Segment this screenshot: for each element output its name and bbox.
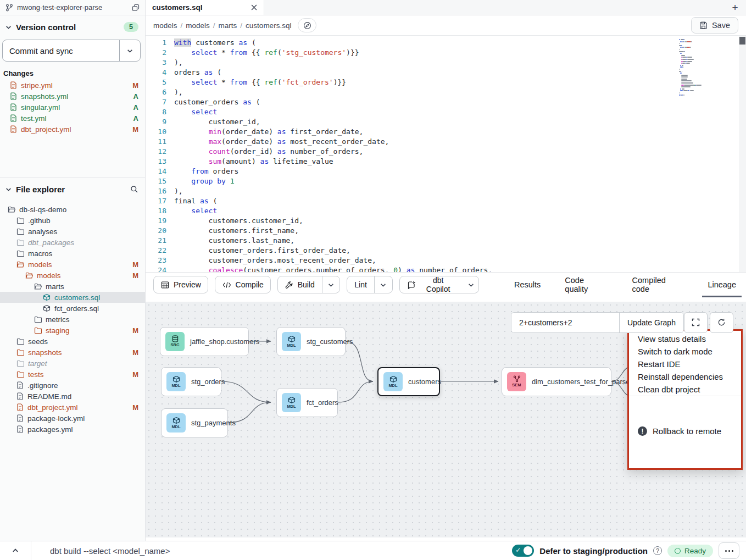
tab-lineage[interactable]: Lineage [705,273,738,297]
tree-item-dbt_project.yml[interactable]: dbt_project.ymlM [0,402,145,413]
line-number: 23 [146,256,174,265]
git-status-letter: M [132,260,138,269]
file-icon [16,381,24,389]
lineage-node-stg_payments[interactable]: MDL stg_payments [161,408,228,437]
git-status-letter: A [133,103,138,112]
close-icon[interactable] [251,4,257,10]
breadcrumb-item[interactable]: marts [219,21,237,30]
code-editor[interactable]: 1with customers as (2 select * from {{ r… [146,36,746,272]
fullscreen-button[interactable] [684,312,708,333]
version-control-header[interactable]: Version control 5 [0,15,145,36]
tree-item-package-lock.yml[interactable]: package-lock.yml [0,413,145,424]
tree-item-seeds[interactable]: seeds [0,336,145,347]
lineage-node-dim_customers_test_for_parse[interactable]: SEM dim_customers_test_for_parse [502,367,611,396]
refresh-button[interactable] [710,312,733,333]
new-tab-button[interactable]: + [724,0,746,15]
changed-file-test.yml[interactable]: test.yml A [0,113,145,124]
build-button[interactable]: Build [277,276,341,293]
menu-item-restart-ide[interactable]: Restart IDE [629,358,741,370]
lineage-wrap: SRC jaffle_shop.customers MDL stg_custom… [146,297,746,541]
tree-item-analyses[interactable]: analyses [0,226,145,237]
scrollbar-thumb[interactable] [739,37,745,45]
tree-item-README.md[interactable]: README.md [0,391,145,402]
explore-lineage-icon[interactable] [298,18,316,32]
lineage-node-customers[interactable]: MDL customers [377,367,440,396]
tree-item-name: package-lock.yml [27,414,138,423]
lineage-node-fct_orders[interactable]: MDL fct_orders [276,388,338,417]
lint-button[interactable]: Lint [347,276,393,293]
lineage-node-jaffle_shop.customers[interactable]: SRC jaffle_shop.customers [160,327,249,356]
lineage-filter-input[interactable] [511,313,619,332]
breadcrumb: models/ models/ marts/ customers.sql [146,15,746,36]
save-button[interactable]: Save [691,17,738,34]
tab-compiled-code[interactable]: Compiled code [630,273,686,297]
tree-item-marts[interactable]: marts [0,281,145,292]
commit-options-chevron[interactable] [119,40,140,61]
code-line-8: 8 select [146,107,746,117]
lineage-node-stg_orders[interactable]: MDL stg_orders [161,367,221,396]
tree-item-customers.sql[interactable]: customers.sql [0,292,145,303]
tree-item-fct_orders.sql[interactable]: fct_orders.sql [0,303,145,314]
tree-item-target[interactable]: target [0,358,145,369]
commit-and-sync-label: Commit and sync [3,40,119,61]
minimap-line [679,88,735,90]
changed-file-dbt_project.yml[interactable]: dbt_project.yml M [0,124,145,135]
menu-item-clean-dbt-project[interactable]: Clean dbt project [629,383,741,396]
dbt-copilot-button[interactable]: dbt Copilot [399,276,479,293]
changed-file-snapshots.yml[interactable]: snapshots.yml A [0,91,145,102]
breadcrumb-item[interactable]: models [186,21,210,30]
menu-item-switch-to-dark-mode[interactable]: Switch to dark mode [629,345,741,358]
changed-file-singular.yml[interactable]: singular.yml A [0,102,145,113]
tree-item-.gitignore[interactable]: .gitignore [0,380,145,391]
tree-item-models[interactable]: modelsM [0,259,145,270]
tree-item-macros[interactable]: macros [0,248,145,259]
tree-item-tests[interactable]: testsM [0,369,145,380]
preview-button[interactable]: Preview [153,276,208,293]
expand-command-bar-chevron[interactable] [0,541,31,560]
tree-item-dbt_packages[interactable]: dbt_packages [0,237,145,248]
editor-scrollbar[interactable] [739,36,746,272]
code-line-16: 16), [146,186,746,196]
tree-item-staging[interactable]: stagingM [0,325,145,336]
tab-customers-sql[interactable]: customers.sql [146,0,264,15]
folder-icon [16,217,24,224]
lineage-node-stg_customers[interactable]: MDL stg_customers [276,327,346,356]
menu-item-reinstall-dependencies[interactable]: Reinstall dependencies [629,370,741,383]
defer-toggle[interactable]: ✓ [512,545,534,557]
update-graph-button[interactable]: Update Graph [619,313,683,332]
line-number: 21 [146,236,174,246]
tab-code-quality[interactable]: Code quality [563,273,610,297]
file-icon [16,425,24,433]
breadcrumb-item[interactable]: customers.sql [246,21,291,30]
tree-item-models[interactable]: modelsM [0,270,145,281]
minimap-line [679,59,735,60]
file-tree: db-sl-qs-demo .github analyses dbt_packa… [0,198,145,435]
folder-open-icon [8,206,15,213]
lint-options-chevron[interactable] [374,276,392,293]
compile-button[interactable]: Compile [215,276,271,293]
search-icon[interactable] [130,185,138,193]
minimap[interactable] [679,39,735,96]
tree-item-packages.yml[interactable]: packages.yml [0,424,145,435]
commit-and-sync-button[interactable]: Commit and sync [2,40,141,62]
copilot-options-chevron[interactable] [463,276,478,293]
copy-branch-icon[interactable] [132,4,140,12]
tab-results[interactable]: Results [512,273,543,297]
menu-item-rollback-to-remote[interactable]: ! Rollback to remote [629,396,741,466]
tree-item-snapshots[interactable]: snapshotsM [0,347,145,358]
build-options-chevron[interactable] [322,276,340,293]
file-explorer-header[interactable]: File explorer [0,178,145,198]
help-icon[interactable]: ? [653,546,662,555]
src-node-icon: SRC [165,332,185,351]
command-input[interactable]: dbt build --select <model_name> [31,546,512,556]
main-row: mwong-test-explorer-parse Version contro… [0,0,746,541]
more-options-button[interactable] [719,542,739,559]
tree-item-db-sl-qs-demo[interactable]: db-sl-qs-demo [0,204,145,215]
tab-title: customers.sql [152,3,247,12]
tree-item-metrics[interactable]: metrics [0,314,145,325]
tree-item-name: dbt_packages [28,239,138,247]
changed-file-stripe.yml[interactable]: stripe.yml M [0,80,145,91]
tree-item-.github[interactable]: .github [0,215,145,226]
breadcrumb-item[interactable]: models [153,21,177,30]
menu-item-view-status-details[interactable]: View status details [629,332,741,345]
